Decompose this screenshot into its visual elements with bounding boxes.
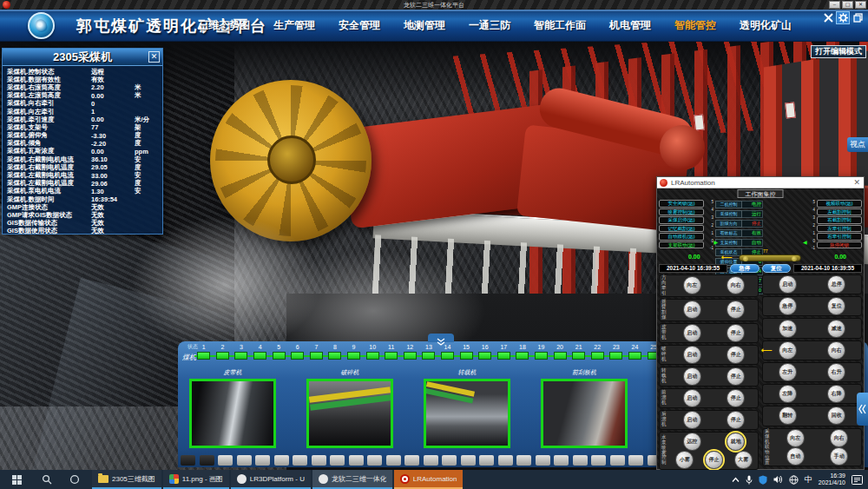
lr-control-button[interactable]: 停止 bbox=[727, 346, 745, 364]
lr-control-button[interactable]: 急停 bbox=[779, 297, 797, 315]
taskbar-app[interactable]: 11.png - 画图 bbox=[163, 470, 229, 489]
support-status-square[interactable] bbox=[628, 352, 641, 360]
lr-control-button[interactable]: 停止 bbox=[727, 389, 745, 407]
panel-close-icon[interactable]: ✕ bbox=[148, 51, 160, 63]
workface-control-tab[interactable]: 工作面集控 bbox=[738, 189, 784, 198]
lr-control-button[interactable]: 向右 bbox=[727, 276, 745, 294]
lr-control-button[interactable]: 右升 bbox=[827, 363, 845, 381]
lr-control-button[interactable]: 向左 bbox=[786, 429, 805, 447]
lr-control-button[interactable]: 向右 bbox=[830, 429, 848, 447]
lr-control-button[interactable]: 左降 bbox=[779, 385, 797, 403]
lr-control-button[interactable]: 停止 bbox=[727, 411, 745, 429]
strip-frame[interactable] bbox=[554, 455, 569, 466]
speaker-icon[interactable] bbox=[773, 475, 783, 484]
nav-item[interactable]: 地测管理 bbox=[404, 18, 445, 33]
nav-item[interactable]: 三维态势图 bbox=[198, 18, 250, 33]
lr-control-button[interactable]: 右降 bbox=[827, 385, 845, 403]
reset-button[interactable]: 复位 bbox=[762, 264, 792, 273]
lr-control-button[interactable]: 就地 bbox=[727, 433, 745, 451]
lr-control-button[interactable]: 启动 bbox=[683, 367, 701, 386]
start-button[interactable] bbox=[0, 470, 33, 489]
nav-item[interactable]: 机电管理 bbox=[609, 18, 651, 33]
lr-control-button[interactable]: 启动 bbox=[683, 346, 701, 364]
support-status-square[interactable] bbox=[385, 352, 398, 360]
lr-control-button[interactable]: 停止 bbox=[705, 451, 723, 469]
lr-mode-button[interactable]: 记忆截割(远) bbox=[659, 225, 704, 233]
strip-frame[interactable] bbox=[200, 455, 214, 466]
camera-thumbnail[interactable] bbox=[541, 379, 628, 448]
lr-control-button[interactable]: 手动 bbox=[830, 447, 848, 466]
lr-control-button[interactable]: 左升 bbox=[779, 363, 797, 381]
lr-control-button[interactable]: 总停 bbox=[827, 275, 845, 294]
microphone-icon[interactable] bbox=[746, 475, 753, 485]
strip-frame[interactable] bbox=[516, 455, 531, 466]
lr-control-button[interactable]: 停止 bbox=[727, 367, 745, 386]
lr-control-button[interactable]: 远控 bbox=[683, 433, 701, 451]
taskbar-app[interactable]: LR3DPlatform - U... bbox=[231, 470, 311, 489]
support-status-square[interactable] bbox=[516, 352, 529, 360]
strip-frame[interactable] bbox=[237, 455, 252, 466]
lr-control-button[interactable]: 启动 bbox=[683, 324, 701, 342]
taskbar-clock[interactable]: 16:39 2021/4/10 bbox=[819, 472, 845, 486]
strip-frame[interactable] bbox=[461, 455, 476, 466]
open-edit-mode-button[interactable]: 打开编辑模式 bbox=[811, 45, 866, 58]
strip-frame[interactable] bbox=[424, 455, 438, 466]
nav-item[interactable]: 智能工作面 bbox=[534, 18, 586, 33]
support-status-square[interactable] bbox=[216, 352, 229, 360]
support-status-square[interactable] bbox=[234, 352, 247, 360]
support-status-square[interactable] bbox=[404, 352, 417, 360]
lr-control-button[interactable]: 加速 bbox=[779, 320, 797, 338]
lr-control-button[interactable]: 启动 bbox=[683, 301, 701, 319]
tools-icon[interactable] bbox=[821, 11, 835, 24]
lr-control-button[interactable]: 向右 bbox=[827, 341, 845, 360]
nav-item[interactable]: 智能管控 bbox=[674, 18, 716, 33]
support-status-square[interactable] bbox=[609, 352, 622, 360]
lr-mode-button[interactable]: 支架联动(远) bbox=[659, 241, 704, 249]
viewpoint-tab[interactable]: 视点 bbox=[847, 137, 868, 152]
lr-mode-button[interactable]: 自动跟机(远) bbox=[659, 233, 704, 241]
support-status-square[interactable] bbox=[253, 352, 266, 360]
support-status-square[interactable] bbox=[441, 352, 454, 360]
action-center-icon[interactable] bbox=[852, 475, 863, 485]
lr-control-button[interactable]: 翻转 bbox=[779, 406, 797, 425]
nav-item[interactable]: 生产管理 bbox=[273, 18, 315, 33]
lr-control-button[interactable]: 停止 bbox=[727, 324, 745, 342]
strip-frame[interactable] bbox=[610, 455, 625, 466]
shield-icon[interactable] bbox=[759, 475, 767, 485]
lr-mode-button[interactable]: 左截割控制 bbox=[817, 208, 862, 216]
strip-frame[interactable] bbox=[330, 455, 345, 466]
strip-frame[interactable] bbox=[274, 455, 289, 466]
restore-window-icon[interactable] bbox=[851, 11, 865, 24]
support-status-square[interactable] bbox=[347, 352, 360, 360]
lr-close-icon[interactable]: ✕ bbox=[853, 177, 860, 188]
support-status-square[interactable] bbox=[572, 352, 585, 360]
support-status-square[interactable] bbox=[460, 352, 473, 360]
strip-frame[interactable] bbox=[591, 455, 606, 466]
strip-frame[interactable] bbox=[404, 455, 419, 466]
strip-frame[interactable] bbox=[573, 455, 588, 466]
lr-control-button[interactable]: 自动 bbox=[786, 447, 805, 466]
close-button[interactable]: ✕ bbox=[855, 1, 866, 9]
lr-mode-button[interactable]: 视频联动(远) bbox=[817, 200, 862, 208]
lr-control-button[interactable]: 小雾 bbox=[675, 451, 694, 469]
nav-item[interactable]: 安全管理 bbox=[339, 18, 380, 33]
taskbar-app[interactable]: LRAutomation bbox=[394, 470, 464, 489]
support-status-square[interactable] bbox=[535, 352, 548, 360]
strip-frame[interactable] bbox=[349, 455, 364, 466]
taskbar-app[interactable]: 龙软二三维一体化... bbox=[312, 470, 392, 489]
cortana-button[interactable] bbox=[61, 470, 89, 489]
support-status-square[interactable] bbox=[478, 352, 491, 360]
lr-control-button[interactable]: 大雾 bbox=[734, 451, 753, 469]
strip-frame[interactable] bbox=[312, 455, 326, 466]
support-status-square[interactable] bbox=[422, 352, 435, 360]
strip-frame[interactable] bbox=[293, 455, 307, 466]
lr-mode-button[interactable]: 右牵引控制 bbox=[817, 233, 862, 241]
support-status-square[interactable] bbox=[328, 352, 341, 360]
strip-frame[interactable] bbox=[498, 455, 513, 466]
support-status-square[interactable] bbox=[197, 352, 210, 360]
tray-expand-icon[interactable] bbox=[732, 477, 740, 483]
support-status-square[interactable] bbox=[273, 352, 286, 360]
support-status-square[interactable] bbox=[497, 352, 510, 360]
lr-control-button[interactable]: 启动 bbox=[683, 389, 701, 407]
collapse-panel-tab[interactable] bbox=[857, 393, 868, 426]
